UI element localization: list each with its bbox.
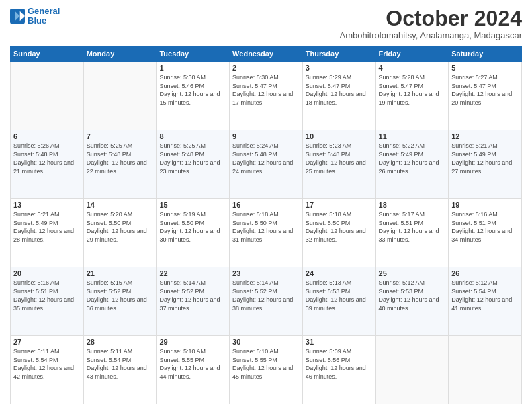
day-number: 29	[159, 338, 226, 346]
calendar-cell: 30Sunrise: 5:10 AM Sunset: 5:55 PM Dayli…	[230, 336, 303, 404]
day-info: Sunrise: 5:23 AM Sunset: 5:48 PM Dayligh…	[306, 142, 373, 175]
weekday-header: Friday	[375, 46, 449, 62]
calendar-cell: 18Sunrise: 5:17 AM Sunset: 5:51 PM Dayli…	[375, 199, 449, 267]
calendar-cell: 22Sunrise: 5:14 AM Sunset: 5:52 PM Dayli…	[157, 267, 230, 336]
day-info: Sunrise: 5:17 AM Sunset: 5:51 PM Dayligh…	[379, 210, 446, 244]
day-number: 9	[232, 132, 300, 140]
calendar-cell	[83, 62, 157, 130]
day-number: 24	[306, 269, 373, 277]
day-info: Sunrise: 5:25 AM Sunset: 5:48 PM Dayligh…	[159, 142, 226, 175]
calendar-week-row: 20Sunrise: 5:16 AM Sunset: 5:51 PM Dayli…	[11, 267, 522, 336]
calendar-cell: 6Sunrise: 5:26 AM Sunset: 5:48 PM Daylig…	[11, 130, 84, 199]
day-info: Sunrise: 5:12 AM Sunset: 5:53 PM Dayligh…	[379, 279, 446, 312]
calendar-cell: 26Sunrise: 5:12 AM Sunset: 5:54 PM Dayli…	[449, 267, 522, 336]
calendar-cell: 19Sunrise: 5:16 AM Sunset: 5:51 PM Dayli…	[449, 199, 522, 267]
day-info: Sunrise: 5:24 AM Sunset: 5:48 PM Dayligh…	[232, 142, 300, 175]
day-number: 4	[379, 64, 446, 72]
calendar-cell: 15Sunrise: 5:19 AM Sunset: 5:50 PM Dayli…	[157, 199, 230, 267]
day-info: Sunrise: 5:11 AM Sunset: 5:54 PM Dayligh…	[87, 347, 154, 381]
calendar-cell: 23Sunrise: 5:14 AM Sunset: 5:52 PM Dayli…	[230, 267, 303, 336]
calendar-week-row: 13Sunrise: 5:21 AM Sunset: 5:49 PM Dayli…	[11, 199, 522, 267]
day-number: 5	[451, 64, 519, 72]
calendar-cell: 14Sunrise: 5:20 AM Sunset: 5:50 PM Dayli…	[83, 199, 157, 267]
day-number: 6	[13, 132, 81, 140]
day-number: 8	[159, 132, 226, 140]
weekday-header: Saturday	[449, 46, 522, 62]
day-info: Sunrise: 5:10 AM Sunset: 5:55 PM Dayligh…	[159, 347, 226, 381]
day-info: Sunrise: 5:20 AM Sunset: 5:50 PM Dayligh…	[87, 210, 154, 244]
day-number: 16	[232, 201, 300, 209]
day-number: 25	[379, 269, 446, 277]
page: General Blue October 2024 Ambohitrolomah…	[0, 0, 532, 411]
day-number: 26	[451, 269, 519, 277]
day-number: 28	[87, 338, 154, 346]
calendar-cell: 11Sunrise: 5:22 AM Sunset: 5:49 PM Dayli…	[375, 130, 449, 199]
day-info: Sunrise: 5:22 AM Sunset: 5:49 PM Dayligh…	[379, 142, 446, 175]
calendar-week-row: 1Sunrise: 5:30 AM Sunset: 5:46 PM Daylig…	[11, 62, 522, 130]
calendar-cell	[11, 62, 84, 130]
weekday-header: Monday	[83, 46, 157, 62]
day-info: Sunrise: 5:25 AM Sunset: 5:48 PM Dayligh…	[87, 142, 154, 175]
day-number: 23	[232, 269, 300, 277]
day-info: Sunrise: 5:19 AM Sunset: 5:50 PM Dayligh…	[159, 210, 226, 244]
weekday-header: Sunday	[11, 46, 84, 62]
day-info: Sunrise: 5:18 AM Sunset: 5:50 PM Dayligh…	[232, 210, 300, 244]
calendar-cell: 10Sunrise: 5:23 AM Sunset: 5:48 PM Dayli…	[302, 130, 375, 199]
day-number: 2	[232, 64, 300, 72]
calendar-cell: 12Sunrise: 5:21 AM Sunset: 5:49 PM Dayli…	[449, 130, 522, 199]
day-info: Sunrise: 5:29 AM Sunset: 5:47 PM Dayligh…	[306, 73, 373, 107]
day-info: Sunrise: 5:12 AM Sunset: 5:54 PM Dayligh…	[451, 279, 519, 312]
weekday-header: Thursday	[302, 46, 375, 62]
calendar-cell: 3Sunrise: 5:29 AM Sunset: 5:47 PM Daylig…	[302, 62, 375, 130]
day-info: Sunrise: 5:11 AM Sunset: 5:54 PM Dayligh…	[13, 347, 81, 381]
day-info: Sunrise: 5:18 AM Sunset: 5:50 PM Dayligh…	[306, 210, 373, 244]
day-number: 18	[379, 201, 446, 209]
day-info: Sunrise: 5:21 AM Sunset: 5:49 PM Dayligh…	[13, 210, 81, 244]
weekday-header: Wednesday	[230, 46, 303, 62]
calendar-cell	[375, 336, 449, 404]
day-info: Sunrise: 5:21 AM Sunset: 5:49 PM Dayligh…	[451, 142, 519, 175]
calendar-cell: 13Sunrise: 5:21 AM Sunset: 5:49 PM Dayli…	[11, 199, 84, 267]
calendar-cell: 5Sunrise: 5:27 AM Sunset: 5:47 PM Daylig…	[449, 62, 522, 130]
day-number: 20	[13, 269, 81, 277]
header: General Blue October 2024 Ambohitrolomah…	[10, 7, 522, 40]
day-info: Sunrise: 5:30 AM Sunset: 5:47 PM Dayligh…	[232, 73, 300, 107]
day-number: 21	[87, 269, 154, 277]
calendar-week-row: 27Sunrise: 5:11 AM Sunset: 5:54 PM Dayli…	[11, 336, 522, 404]
calendar-cell: 8Sunrise: 5:25 AM Sunset: 5:48 PM Daylig…	[157, 130, 230, 199]
calendar-cell: 24Sunrise: 5:13 AM Sunset: 5:53 PM Dayli…	[302, 267, 375, 336]
calendar-table: SundayMondayTuesdayWednesdayThursdayFrid…	[10, 46, 522, 404]
title-area: October 2024 Ambohitrolomahitsy, Analama…	[340, 7, 522, 40]
calendar-cell: 4Sunrise: 5:28 AM Sunset: 5:47 PM Daylig…	[375, 62, 449, 130]
calendar-cell: 16Sunrise: 5:18 AM Sunset: 5:50 PM Dayli…	[230, 199, 303, 267]
calendar-cell	[449, 336, 522, 404]
calendar-cell: 7Sunrise: 5:25 AM Sunset: 5:48 PM Daylig…	[83, 130, 157, 199]
location: Ambohitrolomahitsy, Analamanga, Madagasc…	[340, 30, 522, 40]
calendar-cell: 1Sunrise: 5:30 AM Sunset: 5:46 PM Daylig…	[157, 62, 230, 130]
day-number: 17	[306, 201, 373, 209]
day-number: 19	[451, 201, 519, 209]
day-number: 13	[13, 201, 81, 209]
day-number: 14	[87, 201, 154, 209]
logo: General Blue	[10, 7, 60, 26]
day-info: Sunrise: 5:14 AM Sunset: 5:52 PM Dayligh…	[159, 279, 226, 312]
calendar-cell: 25Sunrise: 5:12 AM Sunset: 5:53 PM Dayli…	[375, 267, 449, 336]
calendar-cell: 28Sunrise: 5:11 AM Sunset: 5:54 PM Dayli…	[83, 336, 157, 404]
calendar-week-row: 6Sunrise: 5:26 AM Sunset: 5:48 PM Daylig…	[11, 130, 522, 199]
calendar-cell: 20Sunrise: 5:16 AM Sunset: 5:51 PM Dayli…	[11, 267, 84, 336]
calendar-cell: 17Sunrise: 5:18 AM Sunset: 5:50 PM Dayli…	[302, 199, 375, 267]
logo-line1: General	[28, 6, 60, 16]
calendar-cell: 27Sunrise: 5:11 AM Sunset: 5:54 PM Dayli…	[11, 336, 84, 404]
calendar-cell: 29Sunrise: 5:10 AM Sunset: 5:55 PM Dayli…	[157, 336, 230, 404]
day-number: 30	[232, 338, 300, 346]
day-info: Sunrise: 5:15 AM Sunset: 5:52 PM Dayligh…	[87, 279, 154, 312]
day-number: 11	[379, 132, 446, 140]
day-info: Sunrise: 5:16 AM Sunset: 5:51 PM Dayligh…	[13, 279, 81, 312]
day-info: Sunrise: 5:09 AM Sunset: 5:56 PM Dayligh…	[306, 347, 373, 381]
month-title: October 2024	[340, 7, 522, 30]
day-number: 31	[306, 338, 373, 346]
day-info: Sunrise: 5:27 AM Sunset: 5:47 PM Dayligh…	[451, 73, 519, 107]
day-info: Sunrise: 5:16 AM Sunset: 5:51 PM Dayligh…	[451, 210, 519, 244]
calendar-cell: 21Sunrise: 5:15 AM Sunset: 5:52 PM Dayli…	[83, 267, 157, 336]
day-number: 15	[159, 201, 226, 209]
